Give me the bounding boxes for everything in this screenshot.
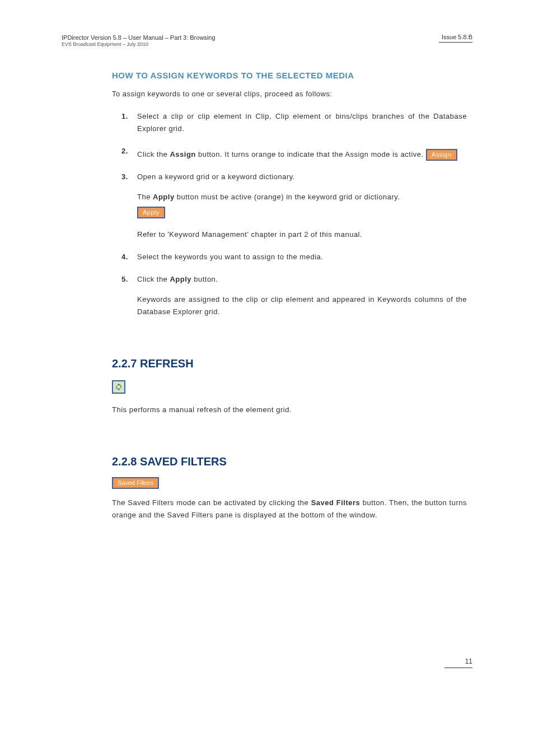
refresh-icon[interactable] bbox=[112, 380, 125, 394]
step-number: 4. bbox=[121, 251, 128, 263]
line3-quote: 'Keyword Management' bbox=[167, 230, 249, 239]
page-header: IPDirector Version 5.8 – User Manual – P… bbox=[62, 34, 472, 48]
step-text: Select the keywords you want to assign t… bbox=[137, 253, 323, 261]
page-number: 11 bbox=[465, 657, 472, 666]
assign-button[interactable]: Assign bbox=[426, 149, 457, 161]
line2-pre: The bbox=[137, 193, 153, 201]
step-text-post: button. bbox=[191, 275, 218, 283]
heading-saved-filters: 2.2.8 SAVED FILTERS bbox=[112, 455, 467, 468]
sf-pre: The Saved Filters mode can be activated … bbox=[112, 498, 311, 507]
step-5-result: Keywords are assigned to the clip or cli… bbox=[137, 293, 467, 318]
step-3-line2: The Apply button must be active (orange)… bbox=[137, 191, 467, 218]
saved-filters-text: The Saved Filters mode can be activated … bbox=[112, 497, 467, 521]
assign-button-image: Assign bbox=[426, 148, 457, 161]
refresh-section: 2.2.7 REFRESH This performs a manual ref… bbox=[112, 357, 467, 416]
saved-filters-button[interactable]: Saved Filters bbox=[112, 477, 159, 489]
steps-list: 1. Select a clip or clip element in Clip… bbox=[137, 110, 467, 318]
apply-label-bold: Apply bbox=[153, 193, 175, 201]
step-number: 2. bbox=[121, 145, 128, 157]
content-block: HOW TO ASSIGN KEYWORDS TO THE SELECTED M… bbox=[112, 71, 467, 100]
step-5: 5. Click the Apply button. Keywords are … bbox=[137, 273, 467, 318]
line2-post: button must be active (orange) in the ke… bbox=[175, 193, 400, 201]
section-intro: To assign keywords to one or several cli… bbox=[112, 88, 467, 100]
refresh-icon-container bbox=[112, 380, 467, 394]
apply-button-image: Apply bbox=[137, 206, 467, 218]
step-3: 3. Open a keyword grid or a keyword dict… bbox=[137, 171, 467, 240]
step-number: 1. bbox=[121, 110, 128, 123]
header-left: IPDirector Version 5.8 – User Manual – P… bbox=[62, 34, 216, 48]
saved-filters-button-image: Saved Filters bbox=[112, 477, 467, 489]
assign-label-bold: Assign bbox=[170, 150, 195, 158]
refresh-text: This performs a manual refresh of the el… bbox=[112, 404, 467, 416]
saved-filters-section: 2.2.8 SAVED FILTERS Saved Filters The Sa… bbox=[112, 455, 467, 521]
footer-underline bbox=[444, 668, 472, 668]
header-underline bbox=[439, 42, 472, 43]
apply-label-bold: Apply bbox=[170, 275, 191, 283]
step-text-post: button. It turns orange to indicate that… bbox=[196, 150, 424, 158]
doc-title: IPDirector Version 5.8 – User Manual – P… bbox=[62, 34, 216, 41]
page-footer: 11 bbox=[62, 656, 472, 668]
step-1: 1. Select a clip or clip element in Clip… bbox=[137, 110, 467, 135]
step-number: 3. bbox=[121, 171, 128, 183]
issue-label: Issue 5.8.B bbox=[439, 34, 472, 40]
refresh-arrows-icon bbox=[115, 383, 123, 391]
header-right: Issue 5.8.B bbox=[439, 34, 472, 43]
heading-refresh: 2.2.7 REFRESH bbox=[112, 357, 467, 370]
sf-bold: Saved Filters bbox=[311, 498, 360, 507]
section-heading-assign-keywords: HOW TO ASSIGN KEYWORDS TO THE SELECTED M… bbox=[112, 71, 467, 80]
doc-subtitle: EVS Broadcast Equipment – July 2010 bbox=[62, 41, 216, 48]
step-text-pre: Click the bbox=[137, 275, 170, 283]
step-3-line3: Refer to 'Keyword Management' chapter in… bbox=[137, 228, 467, 241]
step-text-pre: Click the bbox=[137, 150, 170, 158]
step-text: Select a clip or clip element in Clip, C… bbox=[137, 112, 467, 133]
line3-pre: Refer to bbox=[137, 230, 167, 239]
step-4: 4. Select the keywords you want to assig… bbox=[137, 251, 467, 263]
apply-button[interactable]: Apply bbox=[137, 207, 165, 218]
line3-post: chapter in part 2 of this manual. bbox=[249, 230, 362, 239]
step-2: 2. Click the Assign button. It turns ora… bbox=[137, 145, 467, 161]
step-number: 5. bbox=[121, 273, 128, 286]
step-text: Open a keyword grid or a keyword diction… bbox=[137, 172, 295, 181]
page-container: IPDirector Version 5.8 – User Manual – P… bbox=[0, 0, 534, 702]
